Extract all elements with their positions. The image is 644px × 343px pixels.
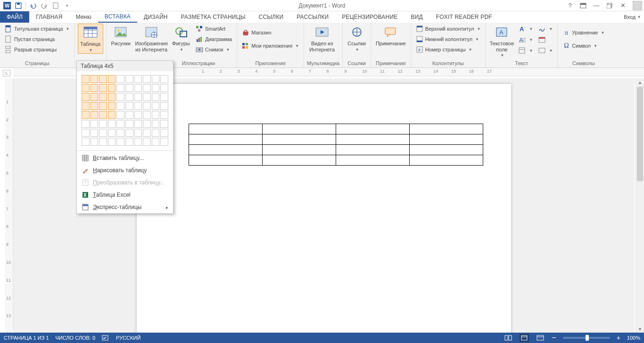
page-indicator[interactable]: СТРАНИЦА 1 ИЗ 1 <box>4 335 49 341</box>
qat-customize-button[interactable]: ▾ <box>62 1 72 10</box>
word-count[interactable]: ЧИСЛО СЛОВ: 0 <box>56 335 96 341</box>
grid-cell[interactable] <box>116 93 124 101</box>
page-break-button[interactable]: Разрыв страницы <box>3 44 72 55</box>
tab-разметка-страницы[interactable]: РАЗМЕТКА СТРАНИЦЫ <box>174 11 252 23</box>
grid-cell[interactable] <box>82 75 90 83</box>
ribbon-display-button[interactable] <box>578 1 588 10</box>
grid-cell[interactable] <box>91 102 99 110</box>
grid-cell[interactable] <box>82 111 90 119</box>
grid-cell[interactable] <box>116 120 124 128</box>
scrollbar-thumb[interactable] <box>637 87 643 181</box>
undo-button[interactable] <box>28 1 38 10</box>
tab-рецензирование[interactable]: РЕЦЕНЗИРОВАНИЕ <box>335 11 404 23</box>
grid-cell[interactable] <box>134 93 142 101</box>
grid-cell[interactable] <box>125 102 133 110</box>
ruler-tab-selector[interactable]: L <box>3 70 10 76</box>
restore-button[interactable] <box>604 1 615 10</box>
grid-cell[interactable] <box>143 93 151 101</box>
grid-cell[interactable] <box>143 75 151 83</box>
tab-вставка[interactable]: ВСТАВКА <box>98 11 137 23</box>
zoom-level[interactable]: 100% <box>627 335 640 341</box>
cover-page-button[interactable]: Титульная страница▼ <box>3 24 72 34</box>
datetime-button[interactable] <box>537 34 554 45</box>
grid-cell[interactable] <box>160 120 168 128</box>
grid-cell[interactable] <box>125 120 133 128</box>
grid-cell[interactable] <box>152 120 160 128</box>
grid-cell[interactable] <box>134 138 142 146</box>
grid-cell[interactable] <box>160 93 168 101</box>
object-button[interactable]: ▼ <box>537 45 554 56</box>
grid-cell[interactable] <box>134 120 142 128</box>
grid-cell[interactable] <box>160 138 168 146</box>
grid-cell[interactable] <box>91 111 99 119</box>
grid-cell[interactable] <box>108 129 116 137</box>
grid-cell[interactable] <box>99 120 107 128</box>
equation-button[interactable]: πУравнение▼ <box>561 27 606 38</box>
grid-cell[interactable] <box>152 84 160 92</box>
grid-cell[interactable] <box>99 75 107 83</box>
tab-главная[interactable]: ГЛАВНАЯ <box>29 11 69 23</box>
grid-cell[interactable] <box>116 138 124 146</box>
comment-button[interactable]: Примечание <box>374 24 408 48</box>
dropcap-button[interactable]: A▼ <box>517 34 535 45</box>
table-size-grid[interactable] <box>77 71 173 150</box>
tab-ссылки[interactable]: ССЫЛКИ <box>252 11 290 23</box>
grid-cell[interactable] <box>152 138 160 146</box>
grid-cell[interactable] <box>99 102 107 110</box>
grid-cell[interactable] <box>99 138 107 146</box>
scroll-down-button[interactable]: ▼ <box>636 325 644 333</box>
grid-cell[interactable] <box>108 93 116 101</box>
grid-cell[interactable] <box>108 75 116 83</box>
tab-меню[interactable]: Меню <box>69 11 98 23</box>
grid-cell[interactable] <box>152 75 160 83</box>
zoom-out-button[interactable]: − <box>552 334 556 342</box>
grid-cell[interactable] <box>108 102 116 110</box>
grid-cell[interactable] <box>108 111 116 119</box>
table-button[interactable]: Таблица▼ <box>78 24 103 54</box>
textbox-button[interactable]: AТекстовое поле▼ <box>488 24 515 59</box>
grid-cell[interactable] <box>125 111 133 119</box>
grid-cell[interactable] <box>108 120 116 128</box>
grid-cell[interactable] <box>91 138 99 146</box>
tab-foxit-reader-pdf[interactable]: Foxit Reader PDF <box>429 11 499 23</box>
scroll-up-button[interactable]: ▲ <box>636 78 644 86</box>
header-button[interactable]: Верхний колонтитул▼ <box>414 24 483 34</box>
proofing-button[interactable] <box>102 335 109 341</box>
redo-button[interactable] <box>39 1 50 10</box>
grid-cell[interactable] <box>108 84 116 92</box>
grid-cell[interactable] <box>143 129 151 137</box>
grid-cell[interactable] <box>99 111 107 119</box>
grid-cell[interactable] <box>143 120 151 128</box>
minimize-button[interactable]: ― <box>591 1 602 10</box>
quick-tables-item[interactable]: Экспресс-таблицы▸ <box>77 201 173 213</box>
grid-cell[interactable] <box>143 102 151 110</box>
grid-cell[interactable] <box>82 84 90 92</box>
grid-cell[interactable] <box>152 93 160 101</box>
grid-cell[interactable] <box>152 102 160 110</box>
page[interactable] <box>137 84 511 333</box>
grid-cell[interactable] <box>143 138 151 146</box>
chart-button[interactable]: Диаграмма <box>194 34 234 44</box>
grid-cell[interactable] <box>91 93 99 101</box>
online-video-button[interactable]: Видео из Интернета <box>307 24 337 53</box>
close-button[interactable]: ✕ <box>618 1 628 10</box>
grid-cell[interactable] <box>125 138 133 146</box>
grid-cell[interactable] <box>152 111 160 119</box>
grid-cell[interactable] <box>116 129 124 137</box>
grid-cell[interactable] <box>125 93 133 101</box>
tab-file[interactable]: ФАЙЛ <box>0 11 29 23</box>
vertical-ruler[interactable]: 123456789101112131415 <box>5 78 13 332</box>
wordart-button[interactable]: A▼ <box>517 24 535 34</box>
excel-table-item[interactable]: XТаблица Excel <box>77 189 173 201</box>
save-button[interactable] <box>13 1 24 10</box>
grid-cell[interactable] <box>108 138 116 146</box>
store-button[interactable]: Магазин <box>240 27 301 38</box>
view-print-button[interactable] <box>520 334 529 342</box>
grid-cell[interactable] <box>160 111 168 119</box>
grid-cell[interactable] <box>116 84 124 92</box>
grid-cell[interactable] <box>91 120 99 128</box>
grid-cell[interactable] <box>134 84 142 92</box>
grid-cell[interactable] <box>99 84 107 92</box>
grid-cell[interactable] <box>134 111 142 119</box>
zoom-in-button[interactable]: + <box>617 334 620 342</box>
